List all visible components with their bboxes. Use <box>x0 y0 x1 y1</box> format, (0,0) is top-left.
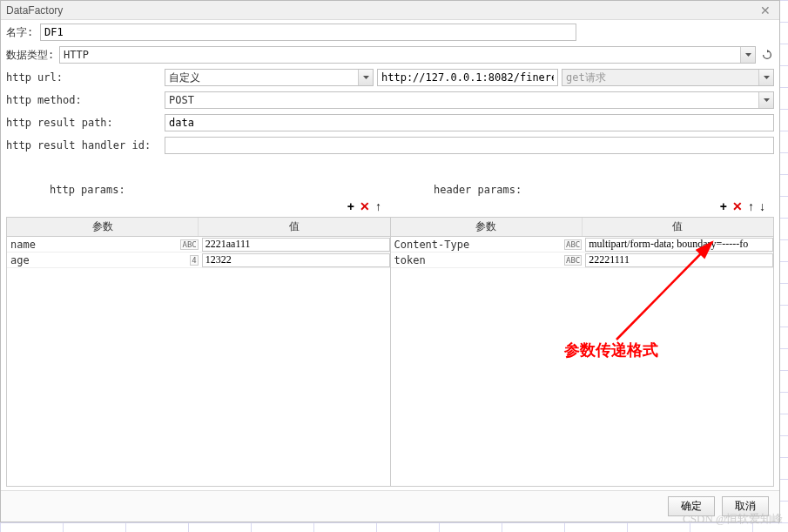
datatype-label: 数据类型: <box>6 48 56 63</box>
window-title: DataFactory <box>6 4 63 17</box>
httpurl-extra-select[interactable]: get请求 <box>562 69 774 86</box>
header-params-title: header params: <box>390 175 774 198</box>
dialog-window: DataFactory ✕ 名字: 数据类型: HTTP http url: 自… <box>0 0 780 522</box>
close-icon[interactable]: ✕ <box>757 3 774 17</box>
name-label: 名字: <box>6 25 37 40</box>
table-row[interactable]: Content-TypeABC <box>391 237 774 253</box>
chevron-down-icon <box>758 70 773 85</box>
arrow-up-icon[interactable]: ↑ <box>748 199 754 213</box>
httpurl-type-select[interactable]: 自定义 <box>165 69 374 86</box>
httpmethod-select[interactable]: POST <box>165 91 774 109</box>
param-value-input[interactable] <box>585 238 773 252</box>
arrow-down-icon[interactable]: ↓ <box>759 199 765 213</box>
col-param-header: 参数 <box>391 218 583 236</box>
param-value-input[interactable] <box>585 253 773 267</box>
httpurl-placeholder: get请求 <box>566 71 606 85</box>
param-value-input[interactable] <box>202 253 390 267</box>
http-params-table: 参数 值 nameABC age4 <box>7 218 390 486</box>
annotation-text: 参数传递格式 <box>564 340 658 360</box>
param-key: Content-Type <box>394 239 470 251</box>
header-params-toolbar: + ✕ ↑ ↓ <box>390 198 774 217</box>
type-badge: ABC <box>564 255 582 266</box>
httpurl-label: http url: <box>6 71 161 84</box>
table-row[interactable]: tokenABC <box>391 253 774 268</box>
type-badge: ABC <box>564 239 582 250</box>
arrow-up-icon[interactable]: ↑ <box>375 199 381 213</box>
type-badge: ABC <box>180 239 198 250</box>
param-key: name <box>10 239 36 251</box>
httpurl-type-value: 自定义 <box>169 71 200 85</box>
chevron-down-icon <box>740 47 755 63</box>
table-row[interactable]: nameABC <box>7 237 390 253</box>
httpmethod-label: http method: <box>6 94 161 106</box>
name-input[interactable] <box>40 24 576 41</box>
resultpath-input[interactable] <box>165 114 774 131</box>
delete-icon[interactable]: ✕ <box>360 199 370 213</box>
resultpath-label: http result path: <box>6 117 161 129</box>
datatype-select[interactable]: HTTP <box>59 46 756 64</box>
http-params-toolbar: + ✕ ↑ <box>6 198 390 217</box>
chevron-down-icon <box>358 70 373 85</box>
datatype-value: HTTP <box>64 49 89 61</box>
titlebar: DataFactory ✕ <box>1 1 779 20</box>
handlerid-label: http result handler id: <box>6 139 161 152</box>
delete-icon[interactable]: ✕ <box>732 199 743 213</box>
col-value-header: 值 <box>199 218 389 236</box>
param-value-input[interactable] <box>202 238 390 252</box>
handlerid-input[interactable] <box>165 137 774 154</box>
refresh-icon[interactable] <box>759 48 774 63</box>
type-badge: 4 <box>190 255 198 266</box>
http-params-title: http params: <box>6 175 390 198</box>
add-icon[interactable]: + <box>347 199 354 213</box>
table-row[interactable]: age4 <box>7 253 390 268</box>
httpurl-input[interactable] <box>377 69 558 86</box>
chevron-down-icon <box>758 92 773 108</box>
dialog-footer: 确定 取消 <box>1 490 779 522</box>
col-value-header: 值 <box>583 218 773 236</box>
add-icon[interactable]: + <box>720 199 727 213</box>
watermark: CSDN @恒软爱知峰 <box>683 511 783 527</box>
col-param-header: 参数 <box>7 218 199 236</box>
httpmethod-value: POST <box>169 94 194 106</box>
param-key: age <box>10 254 30 266</box>
param-key: token <box>394 254 426 266</box>
